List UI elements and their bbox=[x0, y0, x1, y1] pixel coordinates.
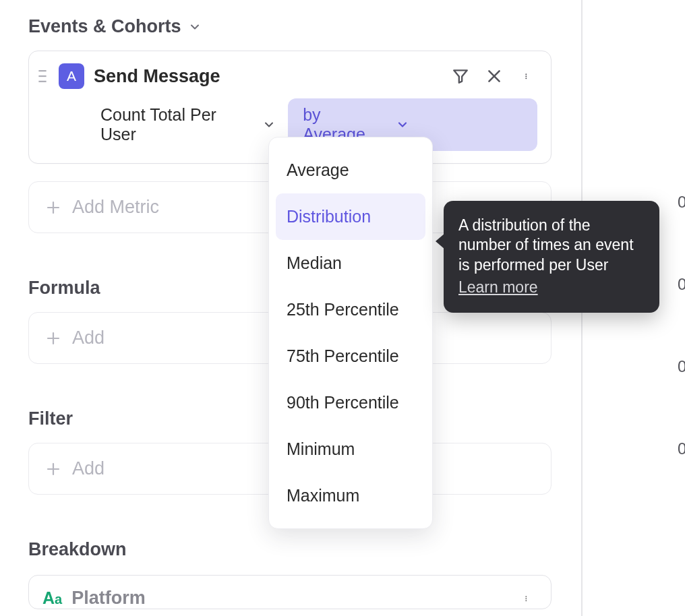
breakdown-card[interactable]: Aa Platform bbox=[28, 575, 552, 609]
add-formula-label: Add bbox=[72, 328, 105, 348]
svg-point-6 bbox=[525, 73, 527, 75]
dropdown-item-p90[interactable]: 90th Percentile bbox=[276, 379, 425, 426]
dropdown-item-p25[interactable]: 25th Percentile bbox=[276, 286, 425, 333]
svg-rect-1 bbox=[38, 75, 46, 77]
dropdown-item-p75[interactable]: 75th Percentile bbox=[276, 333, 425, 379]
svg-marker-3 bbox=[454, 70, 467, 82]
add-metric-label: Add Metric bbox=[72, 197, 159, 218]
svg-point-16 bbox=[525, 598, 527, 599]
plus-icon bbox=[45, 199, 61, 216]
chevron-down-icon bbox=[262, 118, 276, 131]
dropdown-item-distribution[interactable]: Distribution bbox=[276, 193, 425, 240]
dropdown-item-maximum[interactable]: Maximum bbox=[276, 472, 425, 519]
tooltip-text: A distribution of the number of times an… bbox=[458, 216, 634, 274]
plus-icon bbox=[45, 461, 61, 477]
svg-point-8 bbox=[525, 78, 527, 79]
svg-point-17 bbox=[525, 600, 527, 601]
aggregation-dropdown-menu: Average Distribution Median 25th Percent… bbox=[268, 137, 433, 529]
more-vertical-icon[interactable] bbox=[518, 67, 537, 86]
events-cohorts-title: Events & Cohorts bbox=[28, 16, 181, 37]
event-letter-badge: A bbox=[59, 63, 84, 89]
axis-marker: 0 bbox=[678, 193, 685, 212]
chevron-down-icon bbox=[396, 118, 409, 131]
count-option-label: Count Total Per User bbox=[100, 105, 256, 144]
text-type-icon: Aa bbox=[42, 588, 62, 608]
drag-handle-icon[interactable] bbox=[36, 70, 49, 82]
chevron-down-icon bbox=[188, 20, 202, 34]
dropdown-item-minimum[interactable]: Minimum bbox=[276, 426, 425, 472]
add-filter-label: Add bbox=[72, 458, 105, 479]
axis-marker: 0 bbox=[678, 439, 685, 458]
distribution-tooltip: A distribution of the number of times an… bbox=[444, 201, 659, 313]
svg-rect-0 bbox=[38, 70, 46, 71]
svg-point-15 bbox=[525, 596, 527, 597]
more-vertical-icon[interactable] bbox=[518, 589, 537, 608]
dropdown-item-average[interactable]: Average bbox=[276, 147, 425, 193]
learn-more-link[interactable]: Learn more bbox=[458, 278, 538, 297]
breakdown-section-title: Breakdown bbox=[28, 539, 552, 560]
filter-icon[interactable] bbox=[451, 67, 470, 86]
axis-marker: 0 bbox=[678, 275, 685, 294]
svg-rect-2 bbox=[38, 81, 46, 82]
svg-point-7 bbox=[525, 75, 527, 77]
close-icon[interactable] bbox=[485, 67, 504, 86]
plus-icon bbox=[45, 330, 61, 346]
breakdown-name: Platform bbox=[71, 588, 509, 609]
count-option-dropdown[interactable]: Count Total Per User bbox=[100, 105, 276, 144]
event-name[interactable]: Send Message bbox=[94, 66, 442, 87]
axis-marker: 0 bbox=[678, 357, 685, 376]
events-cohorts-header[interactable]: Events & Cohorts bbox=[28, 16, 552, 37]
dropdown-item-median[interactable]: Median bbox=[276, 240, 425, 286]
